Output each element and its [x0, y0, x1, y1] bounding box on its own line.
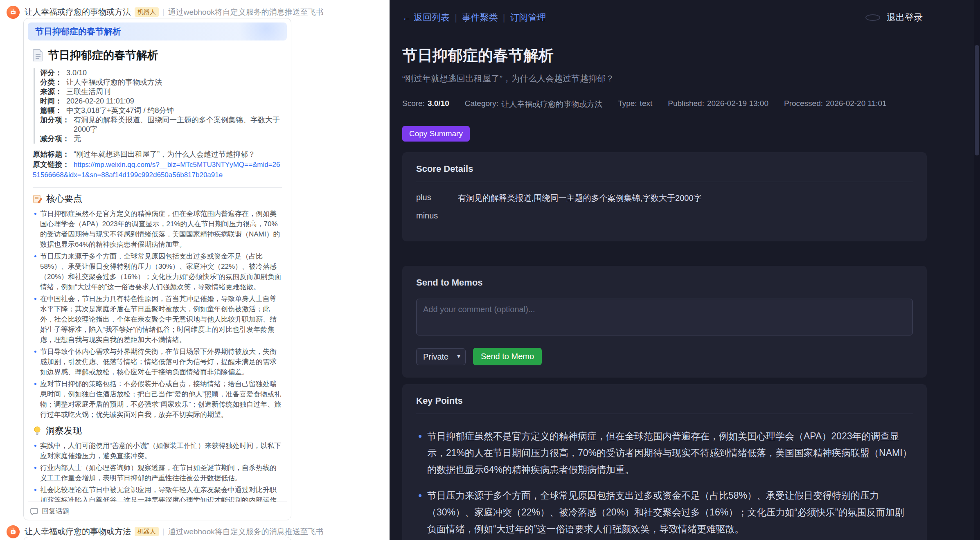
reply-topic-button[interactable]: 回复话题 — [28, 502, 287, 517]
nav-separator: | — [455, 12, 457, 23]
source-link-row: 原文链接：https://mp.weixin.qq.com/s?__biz=MT… — [33, 160, 282, 180]
bot-avatar — [7, 525, 20, 538]
meta-item: Processed: 2026-02-20 11:01 — [784, 99, 887, 110]
minus-label: minus — [416, 211, 440, 222]
card-meta-row: 减分项： 无 — [40, 134, 282, 144]
article-detail-pane: ← 返回列表 | 事件聚类 | 订阅管理 节日抑郁症的春节解析 “刚过年就想逃回… — [390, 0, 980, 540]
score-plus-row: plus 有洞见的解释类报道,围绕同一主题的多个案例集锦,字数大于2000字 — [416, 193, 913, 204]
feishu-chat-pane: 让人幸福或疗愈的事物或方法 机器人 | 通过webhook将自定义服务的消息推送… — [0, 0, 390, 540]
message-card: 节日抑郁症的春节解析 节日抑郁症的春节解析 评分： — [23, 18, 291, 520]
card-body: 节日抑郁症的春节解析 评分： 3.0/10 — [28, 40, 287, 502]
card-meta-block: 评分： 3.0/10 分类： — [34, 68, 282, 144]
send-controls-row: Private ▾ Send to Memo — [416, 348, 913, 365]
plus-label: plus — [416, 193, 440, 204]
meta-label: 来源： — [40, 87, 62, 97]
meta-item-label: Processed: — [784, 99, 823, 110]
original-title-row: 原始标题：“刚过年就想逃回出租屋了”，为什么人会越过节越抑郁？ — [33, 149, 282, 160]
section-title: 核心要点 — [46, 193, 82, 205]
article-meta-row: Score: 3.0/10 Category: 让人幸福或疗愈的事物或方法 Ty… — [402, 99, 927, 110]
meta-label: 时间： — [40, 97, 62, 106]
meta-item-label: Type: — [618, 99, 637, 110]
source-link[interactable]: https://mp.weixin.qq.com/s?__biz=MTc5MTU… — [33, 161, 280, 179]
robot-icon — [9, 528, 17, 536]
header-separator: | — [162, 527, 164, 536]
card-header-band: 节日抑郁症的春节解析 — [28, 22, 287, 40]
meta-label: 加分项： — [40, 115, 70, 125]
plus-value: 有洞见的解释类报道,围绕同一主题的多个案例集锦,字数大于2000字 — [458, 193, 702, 204]
meta-item-label: Category: — [465, 99, 498, 110]
lightbulb-icon — [33, 426, 42, 436]
key-point-item: 应对节日抑郁的策略包括：不必假装开心或自责，接纳情绪；给自己留独处喘息时间，例如… — [33, 379, 282, 420]
meta-item-value: 2026-02-20 11:01 — [826, 99, 887, 110]
next-message-card-partial — [23, 537, 291, 540]
meta-value: 无 — [74, 134, 81, 144]
card-meta-row: 时间： 2026-02-20 11:01:09 — [40, 97, 282, 106]
send-to-memos-panel: Send to Memos Private ▾ Send to Memo — [402, 266, 927, 378]
copy-summary-button[interactable]: Copy Summary — [402, 126, 470, 142]
memo-comment-textarea[interactable] — [416, 299, 913, 335]
article-title: 节日抑郁症的春节解析 — [48, 48, 158, 63]
card-meta-row: 加分项： 有洞见的解释类报道、围绕同一主题的多个案例集锦、字数大于2000字 — [40, 115, 282, 134]
key-point-item: 在中国社会，节日压力具有特色性原因，首当其冲是催婚，导致单身人士自尊水平下降；其… — [33, 294, 282, 345]
key-points-list: 节日抑郁症虽然不是官方定义的精神病症，但在全球范围内普遍存在，例如美国心理学会（… — [416, 428, 913, 540]
card-meta-row: 来源： 三联生活周刊 — [40, 87, 282, 97]
nav-separator: | — [503, 12, 505, 23]
meta-item-value: text — [640, 99, 653, 110]
score-minus-row: minus — [416, 211, 913, 222]
status-indicator-oval — [865, 14, 880, 21]
card-meta-row: 篇幅： 中文3,018字+英文47词 / 约8分钟 — [40, 106, 282, 115]
bot-badge: 机器人 — [135, 527, 159, 536]
meta-item: Type: text — [618, 99, 652, 110]
panel-divider — [416, 182, 913, 182]
logout-button[interactable]: 退出登录 — [887, 11, 923, 24]
reply-topic-label: 回复话题 — [42, 506, 70, 516]
send-to-memos-title: Send to Memos — [416, 277, 913, 288]
scrollbar-track[interactable] — [974, 0, 980, 540]
section-title: 洞察发现 — [46, 425, 82, 437]
score-details-title: Score Details — [416, 164, 913, 174]
insights-section-heading: 洞察发现 — [33, 425, 282, 437]
sender-name: 让人幸福或疗愈的事物或方法 — [25, 7, 131, 18]
meta-label: 减分项： — [40, 134, 70, 144]
event-clusters-link[interactable]: 事件聚类 — [462, 11, 498, 24]
card-divider — [33, 187, 282, 188]
key-points-panel: Key Points 节日抑郁症虽然不是官方定义的精神病症，但在全球范围内普遍存… — [402, 384, 927, 540]
insight-item: 社会比较理论在节日中被无意识应用，导致年轻人在亲友聚会中通过对比升职加薪等标准陷… — [33, 485, 282, 502]
meta-label: 篇幅： — [40, 106, 62, 115]
bot-description: 通过webhook将自定义服务的消息推送至飞书 — [168, 526, 324, 537]
bot-description: 通过webhook将自定义服务的消息推送至飞书 — [168, 7, 324, 18]
meta-item-label: Published: — [668, 99, 704, 110]
meta-value: 让人幸福或疗愈的事物或方法 — [66, 78, 162, 87]
key-point-item: 节日抑郁症虽然不是官方定义的精神病症，但在全球范围内普遍存在，例如美国心理学会（… — [33, 209, 282, 250]
key-points-list: 节日抑郁症虽然不是官方定义的精神病症，但在全球范围内普遍存在，例如美国心理学会（… — [33, 209, 282, 420]
meta-item: Score: 3.0/10 — [402, 99, 449, 110]
panel-divider — [416, 414, 913, 414]
score-details-panel: Score Details plus 有洞见的解释类报道,围绕同一主题的多个案例… — [402, 152, 927, 241]
meta-label: 评分： — [40, 68, 62, 78]
visibility-select[interactable]: Private — [416, 348, 466, 365]
logout-area: 退出登录 — [865, 11, 923, 24]
meta-item-value: 让人幸福或疗愈的事物或方法 — [501, 99, 602, 110]
card-meta-row: 评分： 3.0/10 — [40, 68, 282, 78]
message-header: 让人幸福或疗愈的事物或方法 机器人 | 通过webhook将自定义服务的消息推送… — [25, 526, 324, 537]
memo-icon — [33, 194, 42, 204]
key-point-item: 节日导致个体内心需求与外界期待失衡，在节日场景下外界期待被放大，失衡感加剧，引发… — [33, 346, 282, 377]
scrollbar-thumb[interactable] — [975, 45, 979, 155]
meta-value: 中文3,018字+英文47词 / 约8分钟 — [66, 106, 174, 115]
meta-label: 分类： — [40, 78, 62, 87]
insight-item: 实践中，人们可能使用“善意的小谎”（如假装工作忙）来获得独处时间，以私下应对家庭… — [33, 441, 282, 461]
meta-item: Category: 让人幸福或疗愈的事物或方法 — [465, 99, 602, 110]
speech-bubble-icon — [30, 508, 38, 515]
back-to-list-link[interactable]: ← 返回列表 — [402, 11, 450, 24]
key-point-item: 节日压力来源于多个方面，全球常见原因包括支出过多或资金不足（占比58%）、承受让… — [33, 251, 282, 292]
meta-value: 2026-02-20 11:01:09 — [66, 97, 134, 106]
bot-badge: 机器人 — [135, 7, 159, 17]
send-to-memo-button[interactable]: Send to Memo — [473, 348, 542, 365]
page-title: 节日抑郁症的春节解析 — [402, 47, 927, 65]
source-link-label: 原文链接： — [33, 160, 70, 169]
meta-item: Published: 2026-02-19 13:00 — [668, 99, 768, 110]
insights-list: 实践中，人们可能使用“善意的小谎”（如假装工作忙）来获得独处时间，以私下应对家庭… — [33, 441, 282, 502]
card-meta-row: 分类： 让人幸福或疗愈的事物或方法 — [40, 78, 282, 87]
meta-item-label: Score: — [402, 99, 425, 110]
subscription-management-link[interactable]: 订阅管理 — [510, 11, 546, 24]
